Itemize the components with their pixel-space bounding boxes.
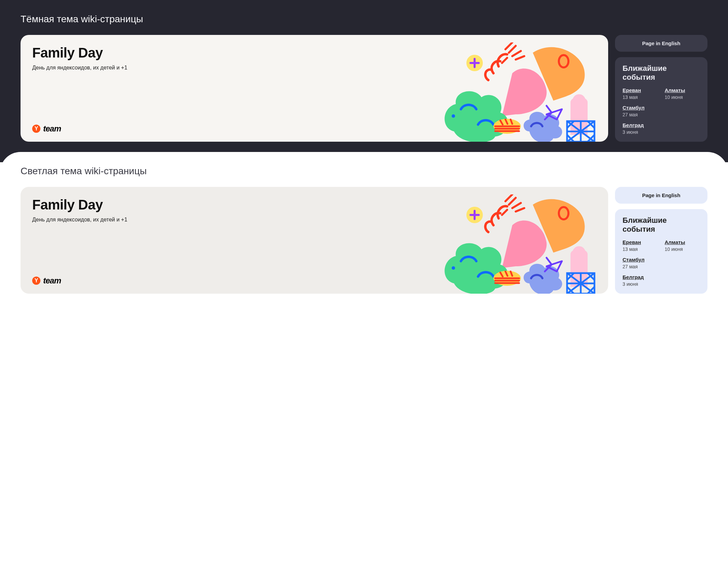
event-item: Белград 3 июня: [623, 274, 658, 287]
event-city-link[interactable]: Алматы: [665, 239, 700, 245]
event-item: Стамбул 27 мая: [623, 257, 658, 269]
event-date: 10 июня: [665, 246, 700, 252]
svg-point-2: [452, 114, 455, 118]
lang-button[interactable]: Page in English: [615, 35, 707, 52]
light-theme-section: Светлая тема wiki-страницы Family Day Де…: [0, 152, 728, 314]
hero-card-light: Family Day День для яндексоидов, их дете…: [21, 187, 608, 294]
event-city-link[interactable]: Стамбул: [623, 105, 658, 111]
dark-row: Family Day День для яндексоидов, их дете…: [21, 35, 707, 142]
dark-side-col: Page in English Ближайшие события Ереван…: [615, 35, 707, 142]
event-date: 3 июня: [623, 281, 658, 287]
event-city-link[interactable]: Белград: [623, 122, 658, 128]
event-date: 13 мая: [623, 94, 658, 100]
event-date: 3 июня: [623, 129, 658, 135]
svg-point-6: [452, 266, 455, 270]
event-date: 10 июня: [665, 94, 700, 100]
event-item: Алматы 10 июня: [665, 87, 700, 100]
events-title: Ближайшие события: [623, 64, 700, 82]
events-grid: Ереван 13 мая Алматы 10 июня Стамбул 27 …: [623, 87, 700, 135]
event-item: Алматы 10 июня: [665, 239, 700, 252]
event-item: Стамбул 27 мая: [623, 105, 658, 117]
event-city-link[interactable]: Ереван: [623, 239, 658, 245]
hero-illustration: [444, 194, 608, 294]
event-date: 27 мая: [623, 264, 658, 269]
event-item: Ереван 13 мая: [623, 87, 658, 100]
logo-y-icon: Y: [32, 125, 40, 133]
events-title: Ближайшие события: [623, 216, 700, 234]
events-card: Ближайшие события Ереван 13 мая Алматы 1…: [615, 57, 707, 142]
light-row: Family Day День для яндексоидов, их дете…: [21, 187, 707, 294]
event-city-link[interactable]: Алматы: [665, 87, 700, 93]
event-city-link[interactable]: Белград: [623, 274, 658, 280]
logo-y-icon: Y: [32, 277, 40, 285]
logo-team-text: team: [43, 124, 61, 133]
event-date: 27 мая: [623, 112, 658, 117]
logo-team-text: team: [43, 276, 61, 285]
events-card: Ближайшие события Ереван 13 мая Алматы 1…: [615, 209, 707, 294]
lang-button[interactable]: Page in English: [615, 187, 707, 204]
event-city-link[interactable]: Ереван: [623, 87, 658, 93]
event-city-link[interactable]: Стамбул: [623, 257, 658, 263]
event-item: Белград 3 июня: [623, 122, 658, 135]
light-side-col: Page in English Ближайшие события Ереван…: [615, 187, 707, 294]
hero-card-dark: Family Day День для яндексоидов, их дете…: [21, 35, 608, 142]
event-item: Ереван 13 мая: [623, 239, 658, 252]
dark-theme-section: Тёмная тема wiki-страницы Family Day Ден…: [0, 0, 728, 162]
dark-section-title: Тёмная тема wiki-страницы: [21, 14, 707, 25]
events-grid: Ереван 13 мая Алматы 10 июня Стамбул 27 …: [623, 239, 700, 287]
hero-illustration: [444, 42, 608, 142]
event-date: 13 мая: [623, 246, 658, 252]
light-section-title: Светлая тема wiki-страницы: [21, 166, 707, 177]
